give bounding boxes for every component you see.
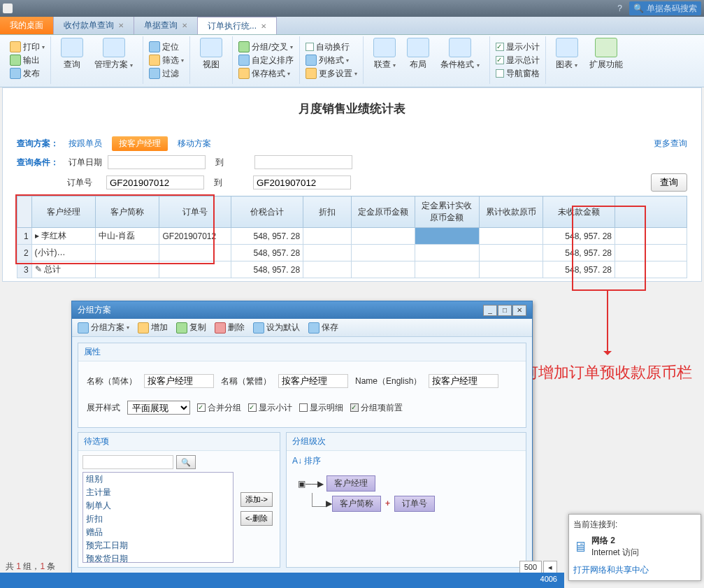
list-item[interactable]: 折扣 [83,512,233,526]
show-subtotal-check[interactable]: 显示小计 [248,402,292,414]
screen-button[interactable]: 过滤 [148,67,185,80]
tab-order-exec[interactable]: 订单执行统...✕ [198,17,277,34]
tree-node-manager[interactable]: 客户经理 [326,475,375,492]
remove-item-button[interactable]: <-删除 [240,511,273,526]
copy-button[interactable]: 复制 [175,321,208,334]
result-table: 客户经理 客户简称 订单号 价税合计 折扣 定金原币金额 定金累计实收原币金额 … [17,196,687,278]
menu-icon[interactable] [3,3,13,13]
search-placeholder: 单据条码搜索 [647,3,697,15]
save-format-button[interactable]: 保存格式▾ [237,67,295,80]
expand-style-select[interactable]: 平面展现 [127,401,190,415]
group-plan-dropdown[interactable]: 分组方案 ▾ [76,321,131,334]
list-item[interactable]: 预发货日期 [83,552,233,563]
layout-button[interactable]: 布局 [401,36,435,84]
report-area: 月度销售业绩统计表 查询方案： 按跟单员 按客户经理 移动方案 更多查询 查询条… [2,87,702,282]
tab-doc-query[interactable]: 单据查询✕ [134,17,198,34]
search-icon: 🔍 [633,3,644,13]
close-icon[interactable]: ✕ [512,305,526,316]
dialog-titlebar[interactable]: 分组方案 _ □ ✕ [72,301,532,319]
group-front-check[interactable]: 分组项前置 [350,402,403,414]
show-total-check[interactable]: 显示总计 [494,54,541,67]
set-default-button[interactable]: 设为默认 [252,321,301,334]
more-query-link[interactable]: 更多查询 [654,138,687,150]
show-subtotal-check[interactable]: 显示小计 [494,41,541,54]
network-icon: 🖥 [573,539,587,555]
plan-by-person[interactable]: 按跟单员 [69,138,102,150]
tab-payment-query[interactable]: 收付款单查询✕ [54,17,134,34]
list-item[interactable]: 组别 [83,473,233,486]
group-plan-dialog: 分组方案 _ □ ✕ 分组方案 ▾ 增加 复制 删除 设为默认 保存 属性 名称… [71,301,533,574]
order-to-input[interactable] [253,175,351,189]
available-list[interactable]: 组别主计量制单人折扣赠品预完工日期预发货日期业务员编码业务员业务类型需求跟踪方式… [82,472,234,563]
publish-button[interactable]: 发布 [8,67,46,80]
custom-sort-button[interactable]: 自定义排序 [237,54,295,67]
delete-button[interactable]: 删除 [213,321,246,334]
date-to-input[interactable] [254,155,352,169]
name-english-input[interactable] [429,374,498,388]
annotation-text: 如何增加订单预收款原币栏 [508,362,692,384]
open-network-center-link[interactable]: 打开网络和共享中心 [573,564,696,576]
tree-node-customer[interactable]: 客户简称 [332,496,381,512]
manage-plan-button[interactable]: 管理方案 ▾ [89,36,138,84]
list-item[interactable]: 制单人 [83,499,233,512]
name-simplified-input[interactable] [144,374,214,388]
status-footer: 共 1 组，1 条 [6,561,55,573]
table-row[interactable]: 2 (小计)… 548, 957. 28 548, 957. 28 [17,245,687,261]
link-query-button[interactable]: 联查 ▾ [368,36,401,84]
filter-button[interactable]: 筛选▾ [148,54,185,67]
view-button[interactable]: 视图 [194,36,228,84]
list-item[interactable]: 赠品 [83,526,233,539]
title-bar: ? 🔍 单据条码搜索 [0,0,704,17]
auto-wrap-check[interactable]: 自动换行 [304,41,359,54]
annotation-arrow [607,291,608,354]
query-cond-label: 查询条件： [17,157,59,168]
table-row[interactable]: 3 ✎ 总计 548, 957. 28 548, 957. 28 [17,261,687,278]
add-item-button[interactable]: 添加-> [240,492,273,507]
merge-group-check[interactable]: 合并分组 [197,402,241,414]
maximize-icon[interactable]: □ [498,305,512,316]
locate-button[interactable]: 定位 [148,41,185,54]
bottom-bar: 4006 [0,573,564,588]
date-from-input[interactable] [108,155,206,169]
close-icon[interactable]: ✕ [182,22,187,29]
ribbon-toolbar: 打印▾ 输出 发布 查询 管理方案 ▾ 定位 筛选▾ 过滤 视图 分组/交叉▾ … [0,35,704,87]
name-traditional-input[interactable] [278,374,348,388]
group-cross-button[interactable]: 分组/交叉▾ [237,41,295,54]
export-button[interactable]: 输出 [8,54,46,67]
close-icon[interactable]: ✕ [118,22,124,29]
show-detail-check[interactable]: 显示明细 [299,402,343,414]
document-tabs: 我的桌面 收付款单查询✕ 单据查询✕ 订单执行统...✕ [0,17,704,35]
group-tree[interactable]: ▣──▶客户经理 ▶ 客户简称 + 订单号 [292,468,520,519]
tree-node-order[interactable]: 订单号 [394,496,435,512]
list-item[interactable]: 主计量 [83,486,233,499]
help-icon[interactable]: ? [617,3,622,13]
nav-pane-check[interactable]: 导航窗格 [494,67,541,80]
properties-panel: 属性 名称（简体） 名稱（繁體） Name（English） 展开样式 平面展现… [78,343,526,428]
cond-format-button[interactable]: 条件格式 ▾ [435,36,484,84]
network-popup: 当前连接到: 🖥 网络 2 Internet 访问 打开网络和共享中心 [568,514,701,581]
table-row[interactable]: 1 ▸ 李红林 中山-肖磊 GF201907012 548, 957. 28 5… [17,228,687,245]
save-button[interactable]: 保存 [307,321,340,334]
order-from-input[interactable] [106,175,204,189]
query-plan-label: 查询方案： [17,138,59,150]
add-button[interactable]: 增加 [136,321,169,334]
col-format-button[interactable]: 列格式▾ [304,54,359,67]
tab-desktop[interactable]: 我的桌面 [0,17,54,34]
plan-by-manager[interactable]: 按客户经理 [112,136,168,151]
run-query-button[interactable]: 查询 [651,173,687,192]
report-title: 月度销售业绩统计表 [3,88,701,129]
dialog-toolbar: 分组方案 ▾ 增加 复制 删除 设为默认 保存 [72,319,532,337]
sort-icon[interactable]: A↓ [292,456,302,466]
mobile-plan[interactable]: 移动方案 [178,138,211,150]
search-button[interactable]: 🔍 [176,455,196,469]
chart-button[interactable]: 图表 ▾ [550,36,584,84]
query-button[interactable]: 查询 [55,36,89,84]
extension-button[interactable]: 扩展功能 [584,36,628,84]
list-item[interactable]: 预完工日期 [83,539,233,552]
print-button[interactable]: 打印▾ [8,41,46,54]
avail-search-input[interactable] [82,455,173,469]
close-icon[interactable]: ✕ [261,22,266,30]
more-settings-button[interactable]: 更多设置▾ [304,67,359,80]
barcode-search[interactable]: 🔍 单据条码搜索 [629,1,701,15]
minimize-icon[interactable]: _ [483,305,497,316]
